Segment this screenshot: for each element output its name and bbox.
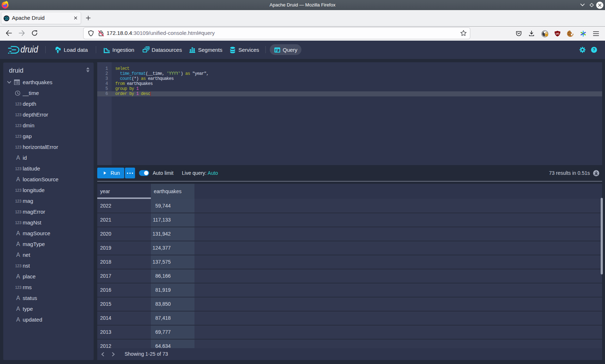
svg-text:?: ? [593, 47, 595, 52]
svg-text:UO: UO [556, 32, 559, 35]
